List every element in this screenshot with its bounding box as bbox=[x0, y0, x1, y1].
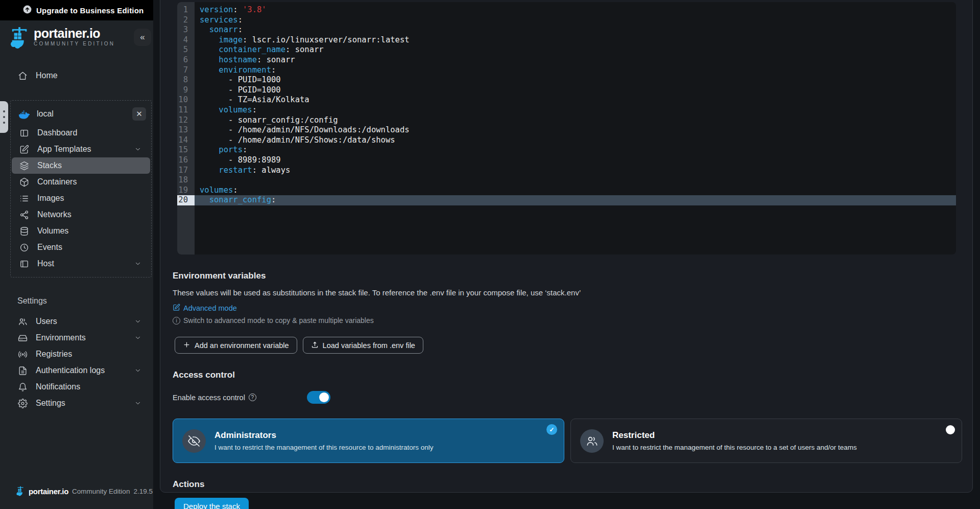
upload-icon bbox=[311, 341, 319, 350]
sidebar-item-label: Registries bbox=[36, 350, 72, 359]
sidebar-item-label: Stacks bbox=[37, 161, 62, 170]
code-line-16: 16 - 8989:8989 bbox=[177, 155, 956, 166]
sidebar-item-users[interactable]: Users bbox=[10, 313, 150, 330]
env-vars-actions: Add an environment variable Load variabl… bbox=[175, 337, 972, 354]
web-editor[interactable]: 1version: '3.8'2services:3 sonarr:4 imag… bbox=[177, 2, 956, 254]
code-line-10: 10 - TZ=Asia/Kolkata bbox=[177, 95, 956, 105]
help-icon[interactable]: ? bbox=[249, 394, 256, 401]
deploy-stack-button[interactable]: Deploy the stack bbox=[175, 498, 249, 509]
enable-access-control-label-group: Enable access control ? bbox=[173, 394, 307, 402]
advanced-mode-link[interactable]: Advanced mode bbox=[173, 304, 237, 313]
box-icon bbox=[19, 177, 29, 187]
sidebar-item-label: Home bbox=[36, 71, 58, 80]
sidebar-collapse-button[interactable]: « bbox=[134, 29, 151, 46]
clock-icon bbox=[19, 242, 29, 252]
load-env-file-label: Load variables from .env file bbox=[323, 341, 415, 350]
line-number: 18 bbox=[177, 175, 195, 186]
line-content: - /home/admin/NFS/Downloads:/downloads bbox=[195, 125, 956, 135]
code-line-2: 2services: bbox=[177, 15, 956, 26]
code-line-8: 8 - PUID=1000 bbox=[177, 75, 956, 85]
chevron-down-icon bbox=[133, 398, 143, 408]
sidebar-item-containers[interactable]: Containers bbox=[12, 174, 150, 190]
line-number: 19 bbox=[177, 186, 195, 196]
sidebar-item-host[interactable]: Host bbox=[12, 256, 150, 272]
file-text-icon bbox=[17, 365, 28, 376]
line-content: volumes: bbox=[195, 186, 956, 196]
access-option-restricted[interactable]: Restricted I want to restrict the manage… bbox=[570, 419, 962, 463]
access-option-administrators[interactable]: Administrators I want to restrict the ma… bbox=[173, 419, 564, 463]
code-line-11: 11 volumes: bbox=[177, 105, 956, 115]
line-number: 15 bbox=[177, 145, 195, 155]
close-environment-button[interactable]: ✕ bbox=[132, 107, 146, 121]
radio-unchecked-icon[interactable] bbox=[946, 425, 955, 434]
sidebar-item-dashboard[interactable]: Dashboard bbox=[12, 125, 150, 141]
access-control-title: Access control bbox=[173, 370, 972, 380]
environment-local[interactable]: local ✕ bbox=[11, 103, 151, 125]
add-env-variable-button[interactable]: Add an environment variable bbox=[175, 337, 297, 354]
sidebar-item-registries[interactable]: Registries bbox=[10, 346, 150, 362]
stack-form-panel: 1version: '3.8'2services:3 sonarr:4 imag… bbox=[160, 0, 973, 493]
sidebar-item-settings[interactable]: Settings bbox=[10, 395, 150, 411]
code-line-7: 7 environment: bbox=[177, 65, 956, 76]
line-number: 1 bbox=[177, 5, 195, 15]
code-line-19: 19volumes: bbox=[177, 186, 956, 196]
users-icon bbox=[17, 316, 28, 327]
load-env-file-button[interactable]: Load variables from .env file bbox=[303, 337, 423, 354]
sidebar-item-label: Volumes bbox=[37, 226, 68, 236]
gear-icon bbox=[17, 398, 28, 408]
server-icon bbox=[19, 259, 29, 269]
line-content: - 8989:8989 bbox=[195, 155, 956, 166]
bell-icon bbox=[17, 382, 28, 392]
hard-drive-icon bbox=[17, 333, 28, 343]
code-line-1: 1version: '3.8' bbox=[177, 5, 956, 15]
database-icon bbox=[19, 226, 29, 236]
sidebar-item-label: Images bbox=[37, 194, 64, 203]
sidebar-item-home[interactable]: Home bbox=[10, 67, 150, 84]
access-option-text: Administrators I want to restrict the ma… bbox=[214, 430, 433, 451]
line-content: - TZ=Asia/Kolkata bbox=[195, 95, 956, 105]
access-option-text: Restricted I want to restrict the manage… bbox=[612, 430, 857, 451]
brand-subtitle: COMMUNITY EDITION bbox=[34, 41, 115, 47]
code-line-6: 6 hostname: sonarr bbox=[177, 55, 956, 65]
sidebar-item-authentication-logs[interactable]: Authentication logs bbox=[10, 362, 150, 379]
sidebar-item-notifications[interactable]: Notifications bbox=[10, 379, 150, 395]
access-option-description: I want to restrict the management of thi… bbox=[214, 444, 433, 451]
chevron-down-icon bbox=[133, 144, 143, 154]
chevron-down-icon bbox=[133, 259, 143, 269]
line-number: 12 bbox=[177, 115, 195, 126]
sidebar-item-label: Dashboard bbox=[37, 128, 77, 137]
sidebar-item-app-templates[interactable]: App Templates bbox=[12, 141, 150, 157]
radio-checked-icon[interactable]: ✓ bbox=[546, 424, 557, 435]
sidebar-item-stacks[interactable]: Stacks bbox=[12, 157, 150, 174]
line-content bbox=[195, 175, 956, 186]
line-number: 3 bbox=[177, 25, 195, 35]
sidebar-item-events[interactable]: Events bbox=[12, 239, 150, 256]
sidebar-item-images[interactable]: Images bbox=[12, 190, 150, 206]
line-number: 10 bbox=[177, 95, 195, 105]
enable-access-control-row: Enable access control ? bbox=[173, 391, 972, 404]
actions-title: Actions bbox=[173, 479, 972, 490]
brand-logo: portainer.io COMMUNITY EDITION bbox=[10, 27, 115, 49]
sidebar-item-label: Networks bbox=[37, 210, 71, 219]
enable-access-control-toggle[interactable] bbox=[307, 391, 330, 404]
edit-square-icon bbox=[19, 144, 29, 154]
sidebar-item-networks[interactable]: Networks bbox=[12, 206, 150, 223]
line-number: 7 bbox=[177, 65, 195, 76]
env-vars-title: Environment variables bbox=[173, 271, 972, 281]
users-icon bbox=[580, 429, 604, 453]
brand-text: portainer.io COMMUNITY EDITION bbox=[34, 27, 115, 47]
line-content: - sonarr_config:/config bbox=[195, 115, 956, 126]
line-content: ports: bbox=[195, 145, 956, 155]
line-content: image: lscr.io/linuxserver/sonarr:latest bbox=[195, 35, 956, 45]
upgrade-banner[interactable]: Upgrade to Business Edition bbox=[0, 0, 153, 20]
sidebar-item-label: Host bbox=[37, 259, 54, 268]
sidebar-item-label: Containers bbox=[37, 177, 77, 187]
code-line-3: 3 sonarr: bbox=[177, 25, 956, 35]
line-number: 17 bbox=[177, 166, 195, 176]
home-icon bbox=[17, 71, 28, 81]
sidebar-drag-handle[interactable] bbox=[0, 101, 8, 133]
sidebar-item-environments[interactable]: Environments bbox=[10, 330, 150, 346]
sidebar-footer: portainer.io Community Edition 2.19.5 bbox=[16, 486, 153, 496]
code-line-9: 9 - PGID=1000 bbox=[177, 85, 956, 96]
sidebar-item-volumes[interactable]: Volumes bbox=[12, 223, 150, 239]
